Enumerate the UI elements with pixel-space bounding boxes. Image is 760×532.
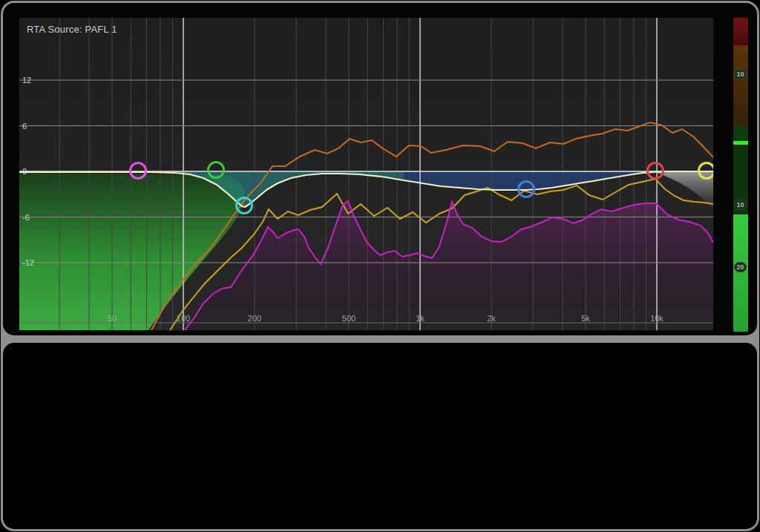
- eq-graph[interactable]: 501002005001k2k5k10k1260-6-12 RTA Source…: [19, 18, 713, 330]
- eq-plot-svg[interactable]: 501002005001k2k5k10k1260-6-12: [19, 18, 713, 330]
- peq-screen: 501002005001k2k5k10k1260-6-12 RTA Source…: [0, 0, 760, 532]
- db-tick-label: 12: [22, 76, 31, 85]
- meter-scale-label: 10: [734, 200, 747, 210]
- meter-scale-label: 20: [734, 262, 747, 272]
- db-tick-label: -6: [22, 213, 30, 222]
- meter-segment: [733, 18, 748, 45]
- meter-segment: [733, 45, 748, 125]
- freq-tick-label: 2k: [487, 314, 496, 323]
- control-panel: PEQ RTA 63.0 Hz 18: [3, 343, 757, 529]
- output-meter: 101020: [733, 18, 748, 332]
- rta-source-label: RTA Source: PAFL 1: [27, 24, 117, 35]
- meter-segment: [733, 214, 748, 332]
- meter-segment: [733, 125, 748, 141]
- freq-tick-label: 500: [342, 314, 356, 323]
- freq-tick-label: 200: [248, 314, 261, 323]
- db-tick-label: -12: [22, 258, 34, 267]
- freq-tick-label: 50: [108, 314, 117, 323]
- meter-scale-label: 10: [734, 69, 747, 79]
- db-tick-label: 6: [22, 122, 27, 131]
- eq-graph-section: 501002005001k2k5k10k1260-6-12 RTA Source…: [3, 3, 757, 335]
- freq-tick-label: 5k: [581, 314, 590, 323]
- freq-tick-label: 1k: [416, 314, 425, 323]
- freq-tick-label: 10k: [650, 314, 664, 323]
